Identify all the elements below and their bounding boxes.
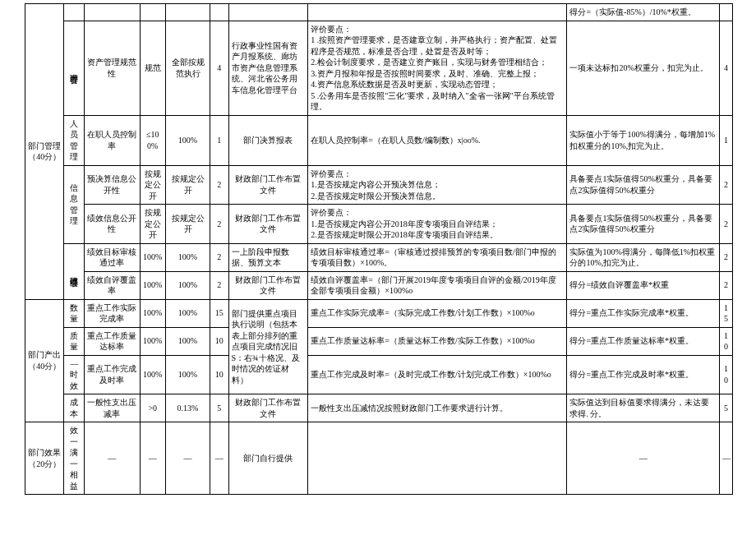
row10-desc: 一般性支出压减情况按照财政部门工作要求进行计算。: [308, 394, 567, 422]
row-quality: 质量 重点工作质量达标率 100% 100% 10 重点工作质量达标率=（质量达…: [25, 327, 733, 355]
row2-rule: 实际值小于等于100%得满分，每增加1%扣权重分的10%,扣完为止。: [567, 115, 720, 165]
group-info: 信息管理: [64, 165, 85, 243]
row-effect: 部门效果（20分） 效一满一相益 — — — — 部门自行提供 — —: [25, 422, 733, 495]
row3-std: 按规定公开: [140, 165, 166, 205]
row3-w: 2: [210, 165, 229, 205]
row6-rule: 得分=绩效自评覆盖率*权重: [567, 271, 720, 299]
row-cost: 成本 一般性支出压减率 >0 0.13% 5 财政部门工作布置文件 一般性支出压…: [25, 394, 733, 422]
row7-w: 15: [210, 299, 229, 327]
row4-val: 按规定公开: [166, 205, 210, 244]
row10-basis: 财政部门工作布置文件: [228, 394, 308, 422]
row10-rule: 实际值达到目标值要求得满分，未达要求得. 分。: [567, 394, 720, 422]
row5-score: 2: [720, 243, 733, 271]
row4-rule: 具备要点1实际值得50%权重分，具备要点2实际值得50%权重分: [567, 205, 720, 244]
evaluation-table: 部门管理（40分） 得分=（实际值-85%）/10%*权重。 产理资管 资产管理…: [25, 3, 733, 495]
row1-rule: 一项未达标扣20%权重分，扣完为止。: [567, 21, 720, 115]
row-timeliness: —时效 重点工作完成及时率 100% 100% 10 重点工作完成及时率=（及时…: [25, 355, 733, 394]
row11-name: —: [85, 422, 141, 495]
group-personnel: 人员管理: [64, 115, 85, 165]
row10-val: 0.13%: [166, 394, 210, 422]
row11-score: —: [720, 422, 733, 495]
row10-w: 5: [210, 394, 229, 422]
row6-basis: 财政部门工作布置文件: [228, 271, 308, 299]
row2-name: 在职人员控制率: [85, 115, 141, 165]
row9-val: 100%: [166, 355, 210, 394]
row7-basis: 部门提供重点项目执行说明（包括本表上部分排列的重点项目完成情况旧S：右¾十格况、…: [228, 299, 308, 394]
row6-desc: 绩效自评覆盖率=（部门开展2019年度专项项目自评的金额/2019年度全部专项项…: [308, 271, 567, 299]
row3-desc: 评价要点： 1.是否按规定内容公开预决算信息； 2.是否按规定时限公开预决算信息…: [308, 165, 567, 205]
group-effect: 效一满一相益: [64, 422, 85, 495]
row4-name: 绩效信息公开性: [85, 205, 141, 244]
row1-score: 4: [720, 21, 733, 115]
row6-name: 绩效自评覆盖率: [85, 271, 141, 299]
row5-val: 100%: [166, 243, 210, 271]
section-output-label: 部门产出（40分）: [25, 299, 64, 422]
toprow-rule: 得分=（实际值-85%）/10%*权重。: [567, 4, 720, 21]
row10-name: 一般性支出压减率: [85, 394, 141, 422]
row8-name: 重点工作质量达标率: [85, 327, 141, 355]
row8-rule: 得分=重点工作质量达标率*权重。: [567, 327, 720, 355]
row2-desc: 在职人员控制率=（在职人员数/编制数）x|oo%.: [308, 115, 567, 165]
row8-val: 100%: [166, 327, 210, 355]
row8-desc: 重点工作质量达标率=（质量达标工作数/实际工作数）×100%o: [308, 327, 567, 355]
row11-desc: [308, 422, 567, 495]
row6-val: 100%: [166, 271, 210, 299]
section-effect-label: 部门效果（20分）: [25, 422, 64, 495]
row5-name: 绩效目标审核通过率: [85, 243, 141, 271]
row6-std: 100%: [140, 271, 166, 299]
row6-score: 2: [720, 271, 733, 299]
row-personnel: 人员管理 在职人员控制率 ≤100% 100% 1 部门决算报表 在职人员控制率…: [25, 115, 733, 165]
section-label: 部门管理（40分）: [25, 4, 64, 300]
row5-basis: 一上阶段申报数据、预算文本: [228, 243, 308, 271]
row9-name: 重点工作完成及时率: [85, 355, 141, 394]
row2-score: 1: [720, 115, 733, 165]
row3-name: 预决算信息公开性: [85, 165, 141, 205]
row2-w: 1: [210, 115, 229, 165]
row2-std: ≤100%: [140, 115, 166, 165]
row1-name: 资产管理规范性: [85, 21, 141, 115]
row7-desc: 重点工作实际完成率=（实际完成工作数/计划工作数）×100%o: [308, 299, 567, 327]
row7-score: 15: [720, 299, 733, 327]
row4-score: 2: [720, 205, 733, 244]
row-perf-goal: 效理绩管 绩效目标审核通过率 100% 100% 2 一上阶段申报数据、预算文本…: [25, 243, 733, 271]
row9-desc: 重点工作完成及时率=（及时完成工作数/计划完成工作数）×100%o: [308, 355, 567, 394]
group-quantity: 数量: [64, 299, 85, 327]
row1-val: 全部按规范执行: [166, 21, 210, 115]
row8-score: 10: [720, 327, 733, 355]
row11-w: —: [210, 422, 229, 495]
row2-val: 100%: [166, 115, 210, 165]
row5-std: 100%: [140, 243, 166, 271]
row7-rule: 得分=重点工作实际完成率*权重。: [567, 299, 720, 327]
row11-basis: 部门自行提供: [228, 422, 308, 495]
row1-w: 4: [210, 21, 229, 115]
group-asset: 产理资管: [68, 67, 80, 71]
row2-basis: 部门决算报表: [228, 115, 308, 165]
row-asset-mgmt: 产理资管 资产管理规范性 规范 全部按规范执行 4 行政事业性国有资产月报系统、…: [25, 21, 733, 115]
row7-name: 重点工作实际完成率: [85, 299, 141, 327]
row-quantity: 部门产出（40分） 数量 重点工作实际完成率 100% 100% 15 部门提供…: [25, 299, 733, 327]
row9-score: 10: [720, 355, 733, 394]
row9-std: 100%: [140, 355, 166, 394]
row4-w: 2: [210, 205, 229, 244]
row9-rule: 得分=重点工作完成及时率*权重。: [567, 355, 720, 394]
row-info-perf: 绩效信息公开性 按规定公开 按规定公开 2 财政部门工作布置文件 评价要点： 1…: [25, 205, 733, 244]
row6-w: 2: [210, 271, 229, 299]
row1-std: 规范: [140, 21, 166, 115]
row1-basis: 行政事业性国有资产月报系统、廊坊市资产信息管理系统、河北省公务用车信息化管理平台: [228, 21, 308, 115]
row10-std: >0: [140, 394, 166, 422]
row4-basis: 财政部门工作布置文件: [228, 205, 308, 244]
row11-rule: —: [567, 422, 720, 495]
group-timeliness: —时效: [64, 355, 85, 394]
row11-std: —: [140, 422, 166, 495]
row-info-budget: 信息管理 预决算信息公开性 按规定公开 按规定公开 2 财政部门工作布置文件 评…: [25, 165, 733, 205]
row3-basis: 财政部门工作布置文件: [228, 165, 308, 205]
group-perf: 效理绩管: [68, 270, 80, 274]
row5-w: 2: [210, 243, 229, 271]
row7-val: 100%: [166, 299, 210, 327]
row3-score: 2: [720, 165, 733, 205]
row5-rule: 实际值为100%得满分，每降低1%扣权重分的10%,扣完为止。: [567, 243, 720, 271]
row5-desc: 绩效目标审核通过率=（审核通过授排预算的专项项目数/部门申报的专项项目数）×10…: [308, 243, 567, 271]
row3-val: 按规定公开: [166, 165, 210, 205]
row4-std: 按规定公开: [140, 205, 166, 244]
row11-val: —: [166, 422, 210, 495]
